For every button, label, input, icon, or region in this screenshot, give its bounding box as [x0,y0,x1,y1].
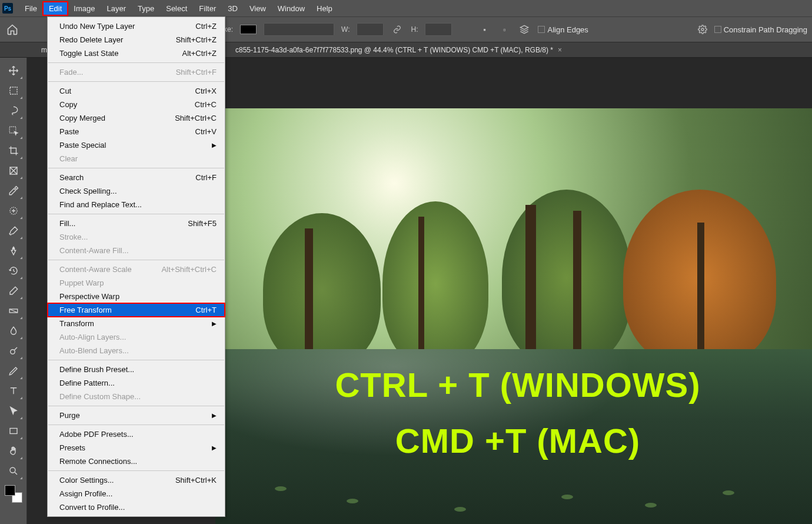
menu-file[interactable]: File [19,2,43,15]
tool-eyedropper[interactable] [4,181,24,200]
width-input[interactable] [357,23,384,36]
menu-item-label: Stroke... [59,232,88,242]
menu-item-perspective-warp[interactable]: Perspective Warp [48,290,225,303]
menu-window[interactable]: Window [272,2,311,15]
menu-3d[interactable]: 3D [222,2,244,15]
menu-layer[interactable]: Layer [101,2,132,15]
constrain-checkbox[interactable]: Constrain Path Dragging [714,25,807,34]
tool-healing[interactable] [4,201,24,220]
menu-item-clear: Clear [48,152,225,165]
menu-filter[interactable]: Filter [193,2,222,15]
svg-rect-2 [10,87,17,94]
menu-item-define-pattern[interactable]: Define Pattern... [48,376,225,390]
tool-blur[interactable] [4,321,24,340]
layers-stack-icon[interactable] [518,23,531,36]
tool-zoom[interactable] [4,462,24,480]
menu-item-shortcut: Ctrl+F [195,173,217,183]
menu-item-color-settings[interactable]: Color Settings...Shift+Ctrl+K [48,473,225,487]
menu-item-redo-delete-layer[interactable]: Redo Delete LayerShift+Ctrl+Z [48,33,225,47]
menu-separator [48,424,224,425]
tool-history-brush[interactable] [4,261,24,280]
menu-item-search[interactable]: SearchCtrl+F [48,171,225,184]
stroke-width-input[interactable] [264,23,334,36]
menu-help[interactable]: Help [311,2,338,15]
menu-separator [48,406,224,406]
menubar: Ps FileEditImageLayerTypeSelectFilter3DV… [0,0,812,16]
menu-item-presets[interactable]: Presets▶ [48,441,225,455]
height-input[interactable] [425,23,452,36]
menu-item-label: Define Pattern... [59,378,115,388]
menu-item-paste-special[interactable]: Paste Special▶ [48,138,225,152]
menu-item-shortcut: Alt+Shift+Ctrl+C [161,264,217,274]
align-icon-1[interactable]: ▪ [478,23,491,36]
menu-view[interactable]: View [244,2,272,15]
gear-icon[interactable] [698,25,707,34]
menu-item-label: Perspective Warp [59,291,119,301]
menu-item-shortcut: Ctrl+T [195,305,217,315]
overlay-line-2: CMD +T (MAC) [253,421,783,460]
menu-item-free-transform[interactable]: Free TransformCtrl+T [48,303,225,317]
document-tab-2[interactable]: c855-1175-4a3d-a0fa-6e7f7f778533.png @ 4… [229,44,568,57]
menu-item-label: Undo New Type Layer [59,21,135,31]
tool-marquee[interactable] [4,81,24,100]
tool-rectangle[interactable] [4,422,24,440]
menu-item-label: Content-Aware Fill... [59,246,129,256]
menu-item-toggle-last-state[interactable]: Toggle Last StateAlt+Ctrl+Z [48,47,225,60]
menu-item-define-brush-preset[interactable]: Define Brush Preset... [48,363,225,376]
tool-frame[interactable] [4,161,24,180]
menu-item-check-spelling[interactable]: Check Spelling... [48,184,225,198]
menu-item-copy[interactable]: CopyCtrl+C [48,98,225,111]
menu-item-stroke: Stroke... [48,230,225,244]
tool-gradient[interactable] [4,301,24,320]
tool-eraser[interactable] [4,281,24,300]
menu-item-label: Auto-Align Layers... [59,332,126,342]
svg-point-1 [701,28,704,31]
menu-item-assign-profile[interactable]: Assign Profile... [48,487,225,500]
constrain-label: Constrain Path Dragging [724,25,807,34]
menu-image[interactable]: Image [68,2,101,15]
tool-object-select[interactable] [4,121,24,140]
menu-edit[interactable]: Edit [43,2,68,15]
stroke-swatch[interactable] [240,25,257,34]
tool-dodge[interactable] [4,341,24,360]
menu-item-undo-new-type-layer[interactable]: Undo New Type LayerCtrl+Z [48,19,225,33]
home-icon[interactable] [5,22,20,37]
link-icon[interactable] [391,23,404,36]
menu-item-convert-to-profile[interactable]: Convert to Profile... [48,500,225,514]
tool-path-select[interactable] [4,402,24,420]
menu-item-label: Check Spelling... [59,186,117,196]
submenu-arrow-icon: ▶ [212,140,217,150]
menu-item-label: Clear [59,154,78,164]
menu-item-shortcut: Shift+Ctrl+K [175,475,217,485]
tool-clone[interactable] [4,241,24,260]
menu-item-remote-connections[interactable]: Remote Connections... [48,455,225,468]
svg-point-9 [10,467,15,473]
menu-item-find-and-replace-text[interactable]: Find and Replace Text... [48,198,225,211]
tool-hand[interactable] [4,442,24,460]
tool-pen[interactable] [4,362,24,380]
menu-separator [48,81,224,82]
menu-item-fill[interactable]: Fill...Shift+F5 [48,217,225,230]
fg-bg-swatch[interactable] [5,485,22,503]
menu-item-transform[interactable]: Transform▶ [48,317,225,330]
menu-item-copy-merged[interactable]: Copy MergedShift+Ctrl+C [48,111,225,125]
menu-item-label: Cut [59,86,71,96]
tool-move[interactable] [4,61,24,80]
menu-separator [48,214,224,214]
menu-item-label: Adobe PDF Presets... [59,429,134,439]
menu-item-label: Purge [59,410,80,420]
menu-item-adobe-pdf-presets[interactable]: Adobe PDF Presets... [48,427,225,441]
close-tab-icon[interactable]: × [558,46,562,54]
menu-item-paste[interactable]: PasteCtrl+V [48,125,225,138]
align-icon-2[interactable]: ▫ [498,23,511,36]
tool-crop[interactable] [4,141,24,160]
tool-lasso[interactable] [4,101,24,120]
menu-item-purge[interactable]: Purge▶ [48,409,225,422]
menu-separator [48,168,224,168]
tool-type[interactable] [4,382,24,400]
menu-item-cut[interactable]: CutCtrl+X [48,84,225,98]
menu-type[interactable]: Type [132,2,160,15]
tool-brush[interactable] [4,221,24,240]
align-edges-checkbox[interactable]: Align Edges [538,25,588,34]
menu-select[interactable]: Select [160,2,193,15]
